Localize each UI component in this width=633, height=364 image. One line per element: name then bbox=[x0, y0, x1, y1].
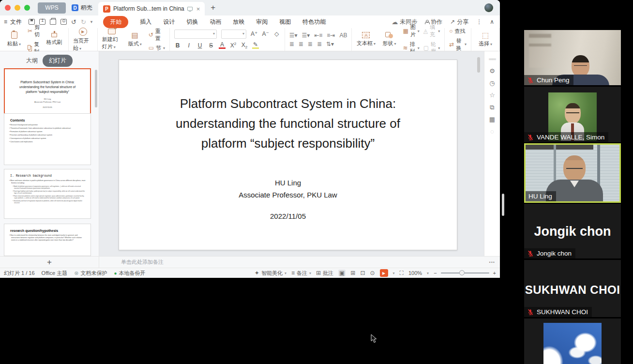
document-tab[interactable]: P Platform Sub...tem in China × bbox=[98, 2, 205, 15]
comment-button[interactable]: ⊞批注 bbox=[316, 270, 333, 277]
reset-button[interactable]: ↺重置 bbox=[149, 28, 165, 42]
align-left-icon[interactable]: ≣ bbox=[289, 41, 294, 47]
text-box-button[interactable]: A 文本框▾ bbox=[356, 32, 376, 47]
zoom-slider-knob[interactable] bbox=[459, 270, 465, 275]
outline-tab[interactable]: 大纲 bbox=[26, 57, 38, 65]
participant-tile-hu-ling-active-speaker[interactable]: HU Ling bbox=[524, 143, 621, 203]
zoom-in-button[interactable]: + bbox=[493, 270, 496, 276]
play-from-current-button[interactable]: ▶ 当页开始▾ bbox=[73, 28, 93, 52]
minimize-window-button[interactable] bbox=[15, 5, 20, 11]
more-options-icon[interactable]: ⋮ bbox=[476, 18, 482, 25]
fullscreen-icon[interactable]: ⛶ bbox=[400, 270, 404, 276]
increase-indent-icon[interactable]: ≡⇥ bbox=[327, 32, 335, 38]
panel-window-icon[interactable]: ⧉ bbox=[490, 104, 494, 110]
replace-button[interactable]: ⇄替换▾ bbox=[449, 37, 467, 52]
superscript-button[interactable]: X2 bbox=[230, 42, 237, 49]
numbered-list-icon[interactable]: ☰▾ bbox=[302, 32, 310, 38]
strikethrough-button[interactable]: S bbox=[208, 42, 214, 49]
slide-thumbnail-1[interactable]: Platform Subcontract System in China: un… bbox=[4, 68, 91, 119]
record-show-icon[interactable]: ⊙ bbox=[370, 270, 375, 276]
paste-button[interactable]: 粘贴▾ bbox=[4, 31, 24, 47]
slides-tab[interactable]: 幻灯片 bbox=[43, 55, 73, 67]
bold-button[interactable]: B bbox=[174, 42, 181, 49]
line-spacing-icon[interactable]: ⇅▾ bbox=[326, 41, 334, 47]
export-image-icon[interactable]: ▦ bbox=[489, 116, 495, 122]
menu-tab-transition[interactable]: 切换 bbox=[186, 18, 198, 26]
collapse-ribbon-icon[interactable]: ∧ bbox=[490, 18, 494, 25]
fill-button[interactable]: ◬填充▾ bbox=[423, 24, 440, 38]
slide-thumbnail-2[interactable]: Contents Research background and questio… bbox=[4, 113, 91, 165]
menu-tab-insert[interactable]: 插入 bbox=[140, 18, 151, 26]
share-button[interactable]: ↗分享 bbox=[450, 18, 468, 26]
quick-access-dropdown-icon[interactable]: ▾ bbox=[90, 19, 93, 24]
layout-button[interactable]: ▤ 版式▾ bbox=[125, 31, 145, 47]
slideshow-play-button[interactable]: ▶ bbox=[380, 269, 388, 277]
participant-tile-jongik-chon[interactable]: Jongik chon Jongik chon bbox=[524, 204, 621, 258]
underline-button[interactable]: U bbox=[196, 42, 203, 49]
justify-icon[interactable]: ≣ bbox=[317, 41, 322, 47]
history-clock-icon[interactable]: ◷ bbox=[489, 80, 495, 86]
normal-view-button[interactable]: ▣ bbox=[338, 270, 346, 276]
participant-tile-sukhwan-choi[interactable]: SUKHWAN CHOI SUKHWAN CHOI bbox=[524, 260, 621, 317]
print-icon[interactable] bbox=[50, 19, 56, 25]
docer-tab[interactable]: D 稻壳 bbox=[66, 0, 98, 15]
editor-scrollbar[interactable] bbox=[477, 57, 480, 73]
video-panel-scrollbar[interactable] bbox=[502, 194, 504, 216]
smart-beautify-button[interactable]: ✦智能美化▾ bbox=[255, 270, 286, 277]
notes-toggle-button[interactable]: ≡备注▾ bbox=[291, 270, 311, 277]
local-backup-status[interactable]: ●本地备份开 bbox=[114, 270, 145, 277]
slide-canvas[interactable]: Platform Subcontract System in China: un… bbox=[119, 60, 457, 250]
close-tab-icon[interactable]: × bbox=[196, 5, 200, 13]
section-button[interactable]: ▭节▾ bbox=[149, 45, 165, 52]
reading-view-button[interactable]: ⊡ bbox=[360, 270, 365, 276]
increase-font-button[interactable]: A⁺ bbox=[251, 30, 257, 37]
undo-icon[interactable]: ↺ bbox=[71, 18, 76, 26]
zoom-slider-track[interactable] bbox=[441, 273, 489, 273]
participant-tile-vande-walle[interactable]: VANDE WALLE, Simon bbox=[524, 87, 621, 142]
wps-home-tab[interactable]: WPS bbox=[38, 2, 66, 14]
cut-button[interactable]: ✂剪切 bbox=[28, 24, 41, 38]
font-family-select[interactable] bbox=[174, 30, 217, 39]
user-avatar[interactable] bbox=[484, 3, 493, 12]
shapes-button[interactable]: 形状▾ bbox=[379, 32, 399, 47]
menu-tab-features[interactable]: 特色功能 bbox=[302, 18, 326, 26]
beautify-star-icon[interactable]: ☆ bbox=[489, 92, 495, 98]
add-slide-button[interactable]: + bbox=[0, 257, 99, 268]
slide-thumbnail-3[interactable]: I. Research background More and more att… bbox=[4, 169, 91, 219]
menu-hamburger-icon[interactable]: ≡ bbox=[4, 18, 7, 25]
menu-tab-slideshow[interactable]: 放映 bbox=[233, 18, 244, 26]
char-spacing-button[interactable]: AB bbox=[339, 32, 347, 38]
new-slide-button[interactable]: 新建幻灯片▾ bbox=[102, 29, 121, 50]
notes-bar[interactable]: 单击此处添加备注 ••• bbox=[99, 257, 500, 268]
align-center-icon[interactable]: ≣ bbox=[299, 41, 303, 47]
decrease-indent-icon[interactable]: ⇤≡ bbox=[314, 32, 322, 38]
document-protection-status[interactable]: ⊗文档未保护 bbox=[74, 270, 107, 277]
zoom-dropdown-icon[interactable]: ▾ bbox=[427, 271, 429, 275]
maximize-window-button[interactable] bbox=[24, 5, 30, 11]
strip-drag-handle[interactable]: ══ bbox=[489, 56, 496, 62]
clear-format-icon[interactable]: ◇ bbox=[273, 30, 280, 37]
picture-button[interactable]: ▦图片▾ bbox=[403, 24, 419, 38]
font-color-button[interactable]: A bbox=[219, 42, 226, 49]
notes-more-icon[interactable]: ••• bbox=[489, 260, 495, 265]
play-options-dropdown-icon[interactable]: ▾ bbox=[393, 271, 395, 275]
menu-tab-animation[interactable]: 动画 bbox=[210, 18, 221, 26]
menu-tab-design[interactable]: 设计 bbox=[163, 18, 175, 26]
highlight-button[interactable]: ✎ bbox=[252, 42, 259, 49]
select-button[interactable]: ⬚ 选择▾ bbox=[476, 31, 495, 47]
zoom-out-button[interactable]: − bbox=[434, 270, 437, 276]
sidebar-scrollbar[interactable] bbox=[95, 70, 97, 107]
redo-icon[interactable]: ↻ bbox=[81, 18, 86, 26]
subscript-button[interactable]: X2 bbox=[241, 42, 248, 49]
menu-file[interactable]: 文件 bbox=[10, 18, 22, 26]
print-preview-icon[interactable] bbox=[60, 19, 67, 25]
decrease-font-button[interactable]: A⁻ bbox=[262, 30, 269, 37]
font-size-select[interactable] bbox=[221, 30, 246, 39]
slide-thumbnail-4[interactable]: research question/hypothesis How to unde… bbox=[4, 224, 91, 256]
new-tab-button[interactable]: + bbox=[211, 3, 215, 13]
properties-sliders-icon[interactable]: ⚙ bbox=[489, 68, 495, 74]
slide-sorter-view-button[interactable]: ⊞ bbox=[350, 270, 355, 276]
participant-tile-chun-peng[interactable]: Chun Peng bbox=[524, 30, 621, 85]
format-painter-button[interactable]: 格式刷 bbox=[45, 33, 64, 46]
close-window-button[interactable] bbox=[5, 5, 11, 11]
